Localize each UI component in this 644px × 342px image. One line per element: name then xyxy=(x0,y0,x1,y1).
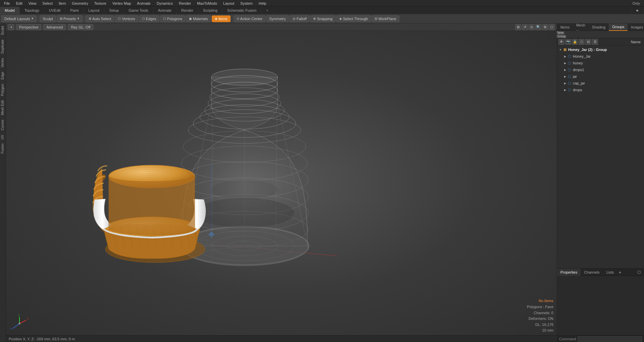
tree-item-cap-jar[interactable]: ▶ ⬡ cap_jar xyxy=(557,80,644,87)
svg-point-24 xyxy=(211,180,278,199)
layout-tab-paint[interactable]: Paint xyxy=(65,7,84,14)
sidebar-tab-curves[interactable]: Curves xyxy=(0,117,6,132)
axis-indicator: X Y Z xyxy=(9,314,30,334)
viewport-settings-icon[interactable]: ⚙ xyxy=(542,24,548,30)
rp-tab-items[interactable]: Items xyxy=(557,23,573,31)
rp-tab-mesh[interactable]: Mesh ... xyxy=(573,23,589,31)
viewport-expand-icon[interactable]: ◂ xyxy=(8,24,14,30)
deformers-info: Deformers: ON xyxy=(527,316,553,322)
ray-gl-button[interactable]: Ray GL: Off xyxy=(68,24,93,30)
menu-texture[interactable]: Texture xyxy=(92,1,109,6)
layout-tab-setup[interactable]: Setup xyxy=(104,7,124,14)
layout-tab-add[interactable]: + xyxy=(261,7,273,14)
falloff-button[interactable]: ◎ Falloff xyxy=(290,15,310,22)
tree-item-honey[interactable]: ▶ ⬡ honey xyxy=(557,60,644,66)
lock-icon-btn[interactable]: 🔒 xyxy=(572,39,578,45)
bp-tab-lists[interactable]: Lists xyxy=(603,269,617,276)
default-layouts-dropdown[interactable]: Default Layouts ▼ xyxy=(1,15,37,22)
vertices-button[interactable]: ⬡ Vertices xyxy=(115,15,138,22)
tree-label-honey-jar-group: Honey_Jar (2) : Group xyxy=(568,48,607,52)
rp-tab-images[interactable]: Images xyxy=(628,23,644,31)
menu-item[interactable]: Item xyxy=(56,1,68,6)
action-center-button[interactable]: ⊙ Action Center xyxy=(234,15,266,22)
select-through-label: Select Through xyxy=(343,17,368,21)
materials-button[interactable]: ◉ Materials xyxy=(186,15,211,22)
rp-tab-shading[interactable]: Shading xyxy=(589,23,609,31)
layout-tab-animate[interactable]: Animate xyxy=(153,7,177,14)
menu-render[interactable]: Render xyxy=(176,1,194,6)
bp-maximize-icon[interactable]: ⬡ xyxy=(634,269,644,276)
sidebar-tab-duplicate[interactable]: Duplicate xyxy=(0,37,6,56)
sidebar-tab-edge[interactable]: Edge xyxy=(0,69,6,81)
tree-item-jar[interactable]: ▶ ⬡ jar xyxy=(557,73,644,80)
bp-tab-properties[interactable]: Properties xyxy=(557,269,581,276)
sculpt-button[interactable]: Sculpt xyxy=(40,15,56,22)
presets-button[interactable]: ⊞ Presets ▼ xyxy=(57,15,83,22)
sidebar-tab-mesh-edit[interactable]: Mesh Edit xyxy=(0,98,6,117)
symmetry-button[interactable]: Symmetry xyxy=(266,15,289,22)
tree-item-honey-jar-group[interactable]: ▼ ⊞ Honey_Jar (2) : Group xyxy=(557,46,644,53)
viewport-search-icon[interactable]: 🔍 xyxy=(535,24,541,30)
scene-expand-icon-btn[interactable]: ⬡ xyxy=(579,39,585,45)
viewport-layout-icon[interactable]: ⊞ xyxy=(515,24,521,30)
menu-max-to-modo[interactable]: MaxToModo xyxy=(194,1,220,6)
tree-item-drops1[interactable]: ▶ ⬡ drops1 xyxy=(557,66,644,73)
advanced-button[interactable]: Advanced xyxy=(43,24,66,30)
eye-icon-btn[interactable]: 👁 xyxy=(558,39,564,45)
sidebar-tab-fusion[interactable]: Fusion xyxy=(0,141,6,156)
select-through-button[interactable]: ◈ Select Through xyxy=(336,15,371,22)
viewport[interactable]: ◂ Perspective Advanced Ray GL: Off ⊞ ↺ ⊙… xyxy=(6,23,557,342)
new-group-button[interactable]: New Group xyxy=(558,32,564,38)
sidebar-tab-sculpt[interactable]: Sculpt xyxy=(0,23,6,37)
menu-vertex-map[interactable]: Vertex Map xyxy=(110,1,134,6)
snapping-button[interactable]: ⊕ Snapping xyxy=(310,15,336,22)
menu-view[interactable]: View xyxy=(26,1,39,6)
svg-line-53 xyxy=(13,324,19,329)
rp-tab-groups[interactable]: Groups xyxy=(609,23,628,31)
bp-tab-channels[interactable]: Channels xyxy=(581,269,603,276)
right-panel-tabs: Items Mesh ... Shading Groups Images ⬡ xyxy=(557,23,644,31)
menu-edit[interactable]: Edit xyxy=(13,1,25,6)
workplane-button[interactable]: ⊟ WorkPlane xyxy=(371,15,399,22)
layout-tab-model[interactable]: Model xyxy=(0,7,20,14)
auto-select-button[interactable]: ⊕ Auto Select xyxy=(86,15,114,22)
layout-tab-topology[interactable]: Topology xyxy=(20,7,44,14)
sidebar-tab-uv[interactable]: UV xyxy=(0,132,6,141)
bp-tab-add[interactable]: + xyxy=(618,270,621,275)
menu-layout[interactable]: Layout xyxy=(220,1,237,6)
sidebar-tab-vertex[interactable]: Vertex xyxy=(0,56,6,69)
command-input[interactable] xyxy=(578,336,642,342)
viewport-refresh-icon[interactable]: ↺ xyxy=(522,24,528,30)
scene-list-icon-btn[interactable]: ☰ xyxy=(592,39,598,45)
layout-tab-scripting[interactable]: Scripting xyxy=(198,7,222,14)
layout-tab-schematic-fusion[interactable]: Schematic Fusion xyxy=(222,7,261,14)
menu-file[interactable]: File xyxy=(1,1,13,6)
layout-tab-layout[interactable]: Layout xyxy=(84,7,104,14)
menu-animate[interactable]: Animate xyxy=(134,1,153,6)
materials-icon: ◉ xyxy=(189,17,192,20)
menu-system[interactable]: System xyxy=(238,1,255,6)
tree-item-honey-jar[interactable]: ▶ ⬡ Honey_Jar xyxy=(557,53,644,60)
menu-select[interactable]: Select xyxy=(40,1,55,6)
menu-geometry[interactable]: Geometry xyxy=(69,1,91,6)
symmetry-label: Symmetry xyxy=(269,17,286,21)
tree-item-drops[interactable]: ▶ ⬡ drops xyxy=(557,87,644,93)
star-icon[interactable]: ★ xyxy=(631,7,644,14)
layout-tab-game-tools[interactable]: Game Tools xyxy=(124,7,153,14)
items-button[interactable]: ◈ Items xyxy=(212,15,231,22)
layout-tab-uvedit[interactable]: UVEdit xyxy=(44,7,65,14)
toolbar-sep-2 xyxy=(84,16,84,22)
scene-settings-icon-btn[interactable]: ⊟ xyxy=(585,39,591,45)
viewport-camera-icon[interactable]: ⊙ xyxy=(529,24,535,30)
viewport-expand2-icon[interactable]: ⬡ xyxy=(549,24,555,30)
viewport-icons-right: ⊞ ↺ ⊙ 🔍 ⚙ ⬡ xyxy=(515,24,555,30)
menu-dynamics[interactable]: Dynamics xyxy=(154,1,176,6)
menu-help[interactable]: Help xyxy=(256,1,269,6)
perspective-button[interactable]: Perspective xyxy=(16,24,41,30)
camera-icon-btn[interactable]: 📷 xyxy=(565,39,571,45)
svg-line-49 xyxy=(19,320,26,324)
edges-button[interactable]: ⬡ Edges xyxy=(139,15,159,22)
layout-tab-render[interactable]: Render xyxy=(177,7,198,14)
polygons-button[interactable]: ⬡ Polygons xyxy=(160,15,185,22)
sidebar-tab-polygon[interactable]: Polygon xyxy=(0,81,6,98)
